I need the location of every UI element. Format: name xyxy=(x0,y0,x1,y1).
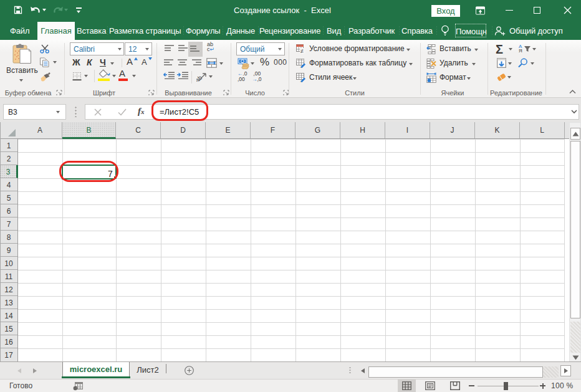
svg-text:ab: ab xyxy=(196,74,204,82)
svg-text:≠: ≠ xyxy=(300,48,304,54)
